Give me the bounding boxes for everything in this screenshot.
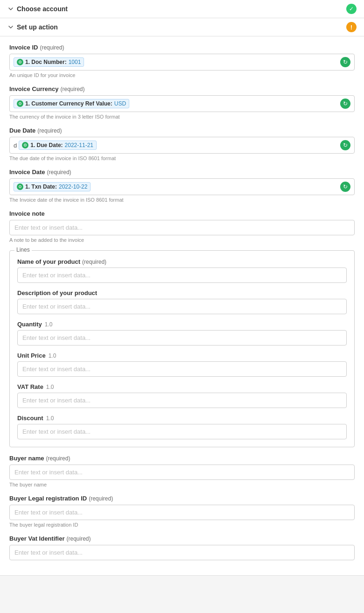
invoice-date-refresh-icon[interactable]: ↻	[340, 182, 350, 192]
invoice-date-input-wrapper[interactable]: ⚙ 1. Txn Date: 2022-10-22 ↻	[9, 178, 355, 195]
invoice-currency-token: ⚙ 1. Customer Currency Ref Value: USD	[14, 99, 129, 108]
invoice-note-label: Invoice note	[9, 210, 355, 217]
choose-account-status-icon: ✓	[346, 4, 357, 14]
setup-action-body: Invoice ID (required) ⚙ 1. Doc Number: 1…	[0, 36, 364, 576]
choose-account-header[interactable]: Choose account ✓	[0, 0, 364, 18]
invoice-id-token: ⚙ 1. Doc Number: 1001	[14, 57, 84, 67]
description-of-product-field: Description of your product	[17, 289, 347, 314]
unit-price-input[interactable]	[17, 361, 347, 377]
choose-account-title: Choose account	[17, 5, 68, 13]
vat-rate-label: VAT Rate 1.0	[17, 383, 347, 390]
quantity-input[interactable]	[17, 330, 347, 345]
name-of-product-input[interactable]	[17, 268, 347, 283]
unit-price-field: Unit Price 1.0	[17, 352, 347, 377]
setup-action-status-icon: !	[346, 22, 357, 32]
quantity-label: Quantity 1.0	[17, 321, 347, 328]
buyer-legal-id-field: Buyer Legal registration ID (required) T…	[9, 495, 355, 528]
invoice-date-label: Invoice Date (required)	[9, 169, 355, 176]
name-of-product-field: Name of your product (required)	[17, 258, 347, 283]
lines-section: Lines Name of your product (required) De…	[9, 250, 355, 447]
invoice-note-field: Invoice note A note to be added to the i…	[9, 210, 355, 243]
invoice-currency-input-wrapper[interactable]: ⚙ 1. Customer Currency Ref Value: USD ↻	[9, 95, 355, 112]
buyer-legal-id-input[interactable]	[9, 505, 355, 520]
buyer-legal-id-label: Buyer Legal registration ID (required)	[9, 495, 355, 502]
token-icon: ⚙	[17, 183, 23, 190]
due-date-refresh-icon[interactable]: ↻	[340, 140, 350, 150]
token-icon: ⚙	[17, 59, 23, 65]
invoice-id-refresh-icon[interactable]: ↻	[340, 57, 350, 67]
name-of-product-label: Name of your product (required)	[17, 258, 347, 265]
lines-label: Lines	[14, 247, 32, 253]
buyer-name-input[interactable]	[9, 465, 355, 480]
invoice-note-input[interactable]	[9, 220, 355, 235]
buyer-name-field: Buyer name (required) The buyer name	[9, 455, 355, 487]
due-date-input-wrapper[interactable]: d ⚙ 1. Due Date: 2022-11-21 ↻	[9, 137, 355, 154]
buyer-legal-id-hint: The buyer legal registration ID	[9, 522, 355, 528]
due-date-label: Due Date (required)	[9, 127, 355, 134]
buyer-name-hint: The buyer name	[9, 482, 355, 487]
due-date-token: ⚙ 1. Due Date: 2022-11-21	[19, 141, 97, 150]
due-date-field: Due Date (required) d ⚙ 1. Due Date: 202…	[9, 127, 355, 161]
invoice-date-token: ⚙ 1. Txn Date: 2022-10-22	[14, 182, 91, 191]
buyer-name-label: Buyer name (required)	[9, 455, 355, 462]
quantity-field: Quantity 1.0	[17, 321, 347, 345]
invoice-currency-refresh-icon[interactable]: ↻	[340, 99, 350, 109]
unit-price-label: Unit Price 1.0	[17, 352, 347, 359]
buyer-vat-id-label: Buyer Vat Identifier (required)	[9, 535, 355, 542]
description-of-product-label: Description of your product	[17, 289, 347, 296]
setup-action-title: Set up action	[17, 23, 58, 31]
buyer-vat-id-input[interactable]	[9, 545, 355, 560]
discount-input[interactable]	[17, 424, 347, 439]
choose-account-section: Choose account ✓	[0, 0, 364, 18]
invoice-id-field: Invoice ID (required) ⚙ 1. Doc Number: 1…	[9, 44, 355, 78]
setup-action-section: Set up action ! Invoice ID (required) ⚙ …	[0, 18, 364, 576]
invoice-currency-field: Invoice Currency (required) ⚙ 1. Custome…	[9, 85, 355, 120]
invoice-note-hint: A note to be added to the invoice	[9, 237, 355, 243]
vat-rate-field: VAT Rate 1.0	[17, 383, 347, 408]
token-icon: ⚙	[17, 100, 23, 107]
setup-action-chevron-icon	[7, 24, 14, 30]
description-of-product-input[interactable]	[17, 299, 347, 314]
chevron-down-icon	[7, 6, 14, 12]
discount-field: Discount 1.0	[17, 415, 347, 439]
invoice-date-field: Invoice Date (required) ⚙ 1. Txn Date: 2…	[9, 169, 355, 203]
invoice-currency-label: Invoice Currency (required)	[9, 85, 355, 92]
invoice-id-label: Invoice ID (required)	[9, 44, 355, 51]
token-icon: ⚙	[22, 142, 28, 148]
vat-rate-input[interactable]	[17, 393, 347, 408]
invoice-id-input-wrapper[interactable]: ⚙ 1. Doc Number: 1001 ↻	[9, 54, 355, 70]
invoice-currency-hint: The currency of the invoice in 3 letter …	[9, 114, 355, 120]
buyer-vat-id-field: Buyer Vat Identifier (required)	[9, 535, 355, 560]
discount-label: Discount 1.0	[17, 415, 347, 422]
due-date-hint: The due date of the invoice in ISO 8601 …	[9, 155, 355, 161]
invoice-date-hint: The Invoice date of the invoice in ISO 8…	[9, 197, 355, 203]
invoice-id-hint: An unique ID for your invoice	[9, 72, 355, 78]
setup-action-header[interactable]: Set up action !	[0, 18, 364, 36]
